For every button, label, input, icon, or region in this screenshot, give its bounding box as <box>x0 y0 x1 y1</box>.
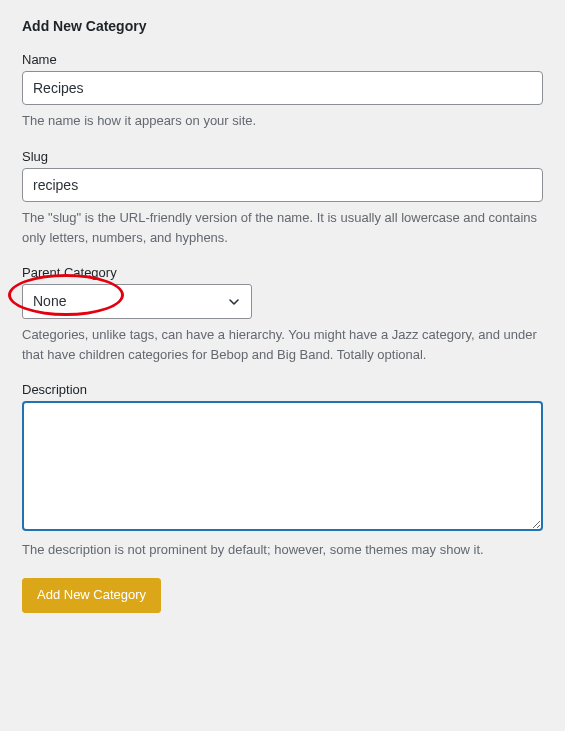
parent-label: Parent Category <box>22 265 543 280</box>
description-label: Description <box>22 382 543 397</box>
slug-hint: The "slug" is the URL-friendly version o… <box>22 208 543 247</box>
slug-label: Slug <box>22 149 543 164</box>
description-field: Description The description is not promi… <box>22 382 543 560</box>
description-textarea[interactable] <box>22 401 543 531</box>
parent-hint: Categories, unlike tags, can have a hier… <box>22 325 543 364</box>
page-title: Add New Category <box>22 18 543 34</box>
name-field: Name The name is how it appears on your … <box>22 52 543 131</box>
slug-field: Slug The "slug" is the URL-friendly vers… <box>22 149 543 247</box>
name-input[interactable] <box>22 71 543 105</box>
add-new-category-button[interactable]: Add New Category <box>22 578 161 613</box>
parent-select[interactable]: None <box>22 284 252 319</box>
name-hint: The name is how it appears on your site. <box>22 111 543 131</box>
name-label: Name <box>22 52 543 67</box>
parent-field: Parent Category None Categories, unlike … <box>22 265 543 364</box>
description-hint: The description is not prominent by defa… <box>22 540 543 560</box>
slug-input[interactable] <box>22 168 543 202</box>
